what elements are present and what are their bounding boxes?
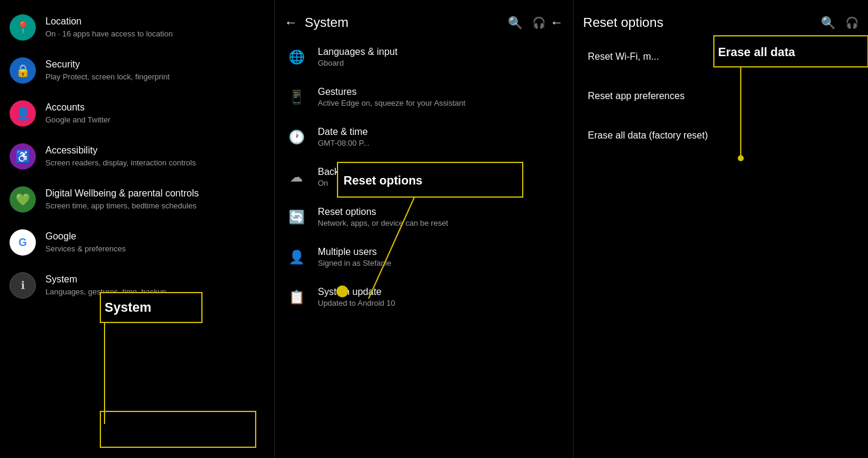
right-panel-header: Reset options 🔍 🎧 xyxy=(573,6,868,37)
middle-item-reset-options[interactable]: 🔄Reset optionsNetwork, apps, or device c… xyxy=(275,197,573,237)
languages-middle-subtitle: Gboard xyxy=(318,59,563,67)
gestures-middle-icon: 📱 xyxy=(284,90,308,105)
reset-app-prefs-right-title: Reset app preferences xyxy=(588,91,854,102)
datetime-middle-text: Date & timeGMT-08:00 P... xyxy=(318,127,563,147)
accessibility-text: AccessibilityScreen readers, display, in… xyxy=(45,145,265,169)
middle-settings-list: 🌐Languages & inputGboard📱GesturesActive … xyxy=(275,37,573,317)
system-text: SystemLanguages, gestures, time, backup xyxy=(45,273,265,298)
google-title: Google xyxy=(45,230,265,243)
left-settings-list: 📍LocationOn · 16 apps have access to loc… xyxy=(0,6,274,307)
accounts-icon: 👤 xyxy=(10,100,36,127)
middle-item-gestures[interactable]: 📱GesturesActive Edge on, squeeze for you… xyxy=(275,77,573,117)
google-icon: G xyxy=(10,229,36,256)
gestures-middle-title: Gestures xyxy=(318,87,563,97)
middle-item-backup[interactable]: ☁BackupOn xyxy=(275,157,573,197)
back-arrow-middle-2[interactable]: ← xyxy=(550,15,563,30)
system-update-middle-subtitle: Updated to Android 10 xyxy=(318,299,563,308)
system-info-icon: ℹ xyxy=(21,279,25,292)
google-g-icon: G xyxy=(19,236,27,249)
left-item-google[interactable]: GGoogleServices & preferences xyxy=(0,221,274,264)
multiple-users-middle-icon: 👤 xyxy=(284,250,308,265)
gestures-middle-subtitle: Active Edge on, squeeze for your Assista… xyxy=(318,99,563,107)
multiple-users-middle-subtitle: Signed in as Stefanie xyxy=(318,259,563,268)
system-update-middle-title: System update xyxy=(318,287,563,297)
digital-wellbeing-title: Digital Wellbeing & parental controls xyxy=(45,187,265,200)
reset-wifi-right-title: Reset Wi-Fi, m... xyxy=(588,51,854,62)
right-panel-title: Reset options xyxy=(583,15,811,30)
reset-options-middle-title: Reset options xyxy=(318,207,563,217)
accessibility-subtitle: Screen readers, display, interaction con… xyxy=(45,158,265,168)
system-update-middle-text: System updateUpdated to Android 10 xyxy=(318,287,563,308)
multiple-users-middle-text: Multiple usersSigned in as Stefanie xyxy=(318,247,563,268)
system-title: System xyxy=(45,273,265,286)
languages-middle-icon: 🌐 xyxy=(284,50,308,65)
accounts-subtitle: Google and Twitter xyxy=(45,115,265,125)
left-panel: 📍LocationOn · 16 apps have access to loc… xyxy=(0,0,275,458)
backup-middle-text: BackupOn xyxy=(318,167,563,187)
system-update-middle-icon: 📋 xyxy=(284,290,308,305)
google-text: GoogleServices & preferences xyxy=(45,230,265,255)
left-item-digital-wellbeing[interactable]: 💚Digital Wellbeing & parental controlsSc… xyxy=(0,178,274,221)
security-subtitle: Play Protect, screen lock, fingerprint xyxy=(45,72,265,82)
digital-wellbeing-subtitle: Screen time, app timers, bedtime schedul… xyxy=(45,201,265,211)
erase-all-data-right-title: Erase all data (factory reset) xyxy=(588,130,854,141)
left-item-security[interactable]: 🔒SecurityPlay Protect, screen lock, fing… xyxy=(0,49,274,92)
backup-middle-title: Backup xyxy=(318,167,563,177)
middle-item-languages[interactable]: 🌐Languages & inputGboard xyxy=(275,37,573,77)
right-item-reset-app-prefs[interactable]: Reset app preferences xyxy=(573,76,868,116)
right-settings-list: Reset Wi-Fi, m...Reset app preferencesEr… xyxy=(573,37,868,155)
left-item-accessibility[interactable]: ♿AccessibilityScreen readers, display, i… xyxy=(0,135,274,178)
location-subtitle: On · 16 apps have access to location xyxy=(45,29,265,39)
right-item-reset-wifi[interactable]: Reset Wi-Fi, m... xyxy=(573,37,868,76)
middle-panel-header: ← System 🔍 🎧 ← xyxy=(275,6,573,37)
reset-options-middle-text: Reset optionsNetwork, apps, or device ca… xyxy=(318,207,563,228)
left-item-system[interactable]: ℹSystemLanguages, gestures, time, backup xyxy=(0,264,274,307)
headset-icon-right[interactable]: 🎧 xyxy=(845,16,858,29)
middle-item-datetime[interactable]: 🕐Date & timeGMT-08:00 P... xyxy=(275,117,573,157)
right-panel: Reset options 🔍 🎧 Reset Wi-Fi, m...Reset… xyxy=(573,0,868,458)
datetime-middle-icon: 🕐 xyxy=(284,130,308,145)
digital-wellbeing-icon: 💚 xyxy=(10,186,36,213)
accounts-text: AccountsGoogle and Twitter xyxy=(45,102,265,126)
middle-panel-title: System xyxy=(305,15,498,30)
left-item-accounts[interactable]: 👤AccountsGoogle and Twitter xyxy=(0,92,274,135)
search-icon-right[interactable]: 🔍 xyxy=(821,16,836,30)
datetime-middle-title: Date & time xyxy=(318,127,563,137)
security-text: SecurityPlay Protect, screen lock, finge… xyxy=(45,59,265,83)
middle-item-system-update[interactable]: 📋System updateUpdated to Android 10 xyxy=(275,277,573,317)
security-title: Security xyxy=(45,59,265,71)
accessibility-title: Accessibility xyxy=(45,145,265,157)
headset-icon-middle[interactable]: 🎧 xyxy=(532,16,545,29)
location-icon: 📍 xyxy=(10,14,36,41)
multiple-users-middle-title: Multiple users xyxy=(318,247,563,257)
location-text: LocationOn · 16 apps have access to loca… xyxy=(45,16,265,40)
accessibility-icon: ♿ xyxy=(10,143,36,170)
security-icon: 🔒 xyxy=(10,57,36,84)
datetime-middle-subtitle: GMT-08:00 P... xyxy=(318,139,563,147)
system-icon: ℹ xyxy=(10,272,36,299)
back-arrow-middle[interactable]: ← xyxy=(284,15,297,30)
system-subtitle: Languages, gestures, time, backup xyxy=(45,287,265,297)
left-item-location[interactable]: 📍LocationOn · 16 apps have access to loc… xyxy=(0,6,274,49)
languages-middle-text: Languages & inputGboard xyxy=(318,47,563,67)
right-item-erase-all-data[interactable]: Erase all data (factory reset) xyxy=(573,116,868,155)
gestures-middle-text: GesturesActive Edge on, squeeze for your… xyxy=(318,87,563,107)
reset-options-middle-icon: 🔄 xyxy=(284,210,308,225)
middle-panel: ← System 🔍 🎧 ← 🌐Languages & inputGboard📱… xyxy=(275,0,573,458)
languages-middle-title: Languages & input xyxy=(318,47,563,57)
search-icon-middle[interactable]: 🔍 xyxy=(508,16,523,30)
reset-options-middle-subtitle: Network, apps, or device can be reset xyxy=(318,219,563,228)
middle-item-multiple-users[interactable]: 👤Multiple usersSigned in as Stefanie xyxy=(275,237,573,277)
google-subtitle: Services & preferences xyxy=(45,244,265,254)
backup-middle-icon: ☁ xyxy=(284,170,308,185)
digital-wellbeing-text: Digital Wellbeing & parental controlsScr… xyxy=(45,187,265,212)
accounts-title: Accounts xyxy=(45,102,265,114)
location-title: Location xyxy=(45,16,265,28)
backup-middle-subtitle: On xyxy=(318,179,563,187)
